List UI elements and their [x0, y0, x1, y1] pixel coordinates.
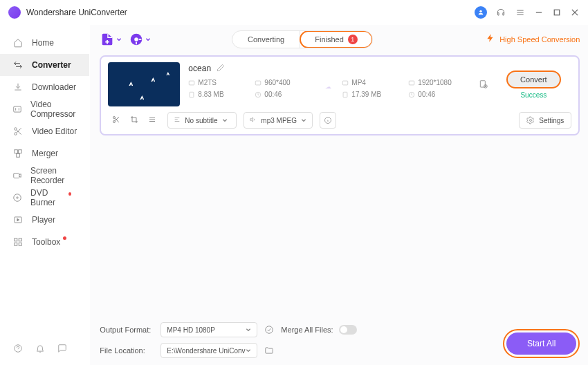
sidebar-item-merger[interactable]: Merger: [0, 142, 89, 165]
home-icon: [12, 37, 24, 48]
toolbox-icon: [12, 236, 24, 247]
bolt-icon: [486, 33, 495, 46]
sidebar-item-label: Screen Recorder: [30, 166, 77, 185]
headset-icon[interactable]: [495, 7, 506, 18]
tab-converting[interactable]: Converting: [232, 31, 300, 48]
sidebar-item-editor[interactable]: Video Editor: [0, 120, 89, 142]
file-card: ocean M2TS 8.83 MB 960*400 00:46: [100, 55, 580, 135]
merge-toggle[interactable]: [339, 325, 357, 335]
sidebar-item-downloader[interactable]: Downloader: [0, 76, 89, 98]
svg-rect-15: [17, 154, 20, 158]
dst-res: 1920*1080: [408, 79, 470, 86]
tab-label: Finished: [315, 35, 344, 44]
file-location-dropdown[interactable]: E:\Wondershare UniConverter: [160, 343, 257, 358]
output-format-dropdown[interactable]: MP4 HD 1080P: [160, 322, 257, 337]
settings-button[interactable]: Settings: [519, 112, 571, 129]
tab-finished[interactable]: Finished1: [300, 30, 373, 48]
help-icon[interactable]: [12, 343, 24, 354]
maximize-button[interactable]: [552, 8, 562, 17]
merge-label: Merge All Files:: [281, 326, 333, 334]
status-text: Success: [520, 91, 546, 99]
sidebar-item-toolbox[interactable]: Toolbox: [0, 231, 89, 253]
add-dvd-button[interactable]: [129, 32, 151, 47]
sidebar: Home Converter Downloader Video Compress…: [0, 25, 90, 365]
dst-size: 17.39 MB: [342, 91, 404, 98]
sidebar-item-dvd[interactable]: DVD Burner: [0, 187, 89, 209]
dropdown-value: mp3 MPEG lay...: [261, 117, 297, 124]
svg-point-17: [14, 194, 21, 202]
sidebar-item-label: Converter: [32, 60, 71, 70]
svg-rect-16: [14, 174, 19, 178]
svg-rect-21: [19, 238, 21, 241]
chevron-down-icon: [301, 117, 306, 124]
footer: Output Format: MP4 HD 1080P Merge All Fi…: [100, 315, 580, 358]
svg-rect-23: [19, 243, 21, 245]
converter-icon: [12, 59, 24, 71]
sidebar-item-label: Toolbox: [32, 237, 60, 247]
video-thumbnail[interactable]: [108, 62, 180, 106]
start-all-highlight: Start All: [503, 329, 580, 358]
subtitle-dropdown[interactable]: No subtitle: [167, 112, 237, 129]
svg-point-10: [15, 133, 17, 135]
subtitle-icon: [174, 116, 181, 124]
scissors-icon: [12, 126, 24, 137]
close-button[interactable]: [570, 8, 580, 17]
feedback-icon[interactable]: [57, 343, 68, 354]
minimize-button[interactable]: [534, 8, 544, 17]
svg-rect-13: [15, 150, 18, 153]
compress-option-icon[interactable]: [264, 325, 274, 335]
sidebar-item-label: DVD Burner: [30, 188, 66, 207]
app-logo: [8, 6, 21, 19]
sidebar-item-label: Player: [32, 215, 55, 225]
src-dur: 00:46: [255, 91, 317, 98]
sidebar-item-label: Video Editor: [32, 127, 77, 136]
crop-icon[interactable]: [130, 114, 138, 127]
chevron-down-icon: [246, 326, 251, 334]
arrow-icon: [321, 82, 338, 95]
trim-icon[interactable]: [112, 114, 120, 127]
sidebar-item-recorder[interactable]: Screen Recorder: [0, 165, 89, 187]
high-speed-toggle[interactable]: High Speed Conversion: [486, 33, 580, 46]
dst-dur: 00:46: [408, 91, 470, 98]
dropdown-value: MP4 HD 1080P: [167, 326, 214, 334]
convert-button[interactable]: Convert: [506, 71, 561, 88]
svg-rect-29: [256, 81, 261, 85]
src-format: M2TS: [188, 79, 250, 86]
user-avatar[interactable]: [475, 6, 487, 19]
src-res: 960*400: [255, 79, 317, 86]
src-size: 8.83 MB: [188, 91, 250, 98]
svg-rect-28: [190, 92, 194, 97]
file-location-label: File Location:: [100, 346, 154, 355]
compressor-icon: [12, 104, 22, 115]
info-button[interactable]: [320, 112, 336, 129]
svg-point-9: [15, 128, 17, 131]
merger-icon: [12, 148, 24, 159]
add-file-button[interactable]: [100, 32, 122, 47]
sidebar-item-converter[interactable]: Converter: [0, 54, 89, 76]
edit-name-icon[interactable]: [217, 62, 225, 75]
open-folder-icon[interactable]: [264, 346, 274, 355]
start-all-button[interactable]: Start All: [506, 333, 576, 355]
chevron-down-icon: [246, 347, 251, 355]
settings-label: Settings: [539, 117, 564, 124]
dst-format: MP4: [342, 79, 404, 86]
svg-rect-32: [343, 92, 347, 97]
svg-point-0: [479, 10, 481, 12]
bell-icon[interactable]: [35, 343, 46, 354]
svg-point-38: [113, 121, 116, 123]
recorder-icon: [12, 170, 22, 181]
dvd-icon: [12, 192, 22, 203]
sidebar-item-home[interactable]: Home: [0, 32, 89, 54]
sidebar-item-label: Video Compressor: [30, 100, 77, 119]
effect-icon[interactable]: [148, 114, 156, 127]
sidebar-item-player[interactable]: Player: [0, 209, 89, 231]
svg-rect-20: [15, 238, 17, 241]
sidebar-item-compressor[interactable]: Video Compressor: [0, 98, 89, 120]
svg-point-18: [17, 197, 18, 198]
svg-rect-5: [554, 10, 560, 15]
menu-icon[interactable]: [515, 7, 526, 18]
high-speed-label: High Speed Conversion: [499, 35, 580, 44]
audio-dropdown[interactable]: mp3 MPEG lay...: [244, 112, 313, 129]
output-format-label: Output Format:: [100, 326, 154, 334]
preset-icon[interactable]: [479, 79, 488, 89]
